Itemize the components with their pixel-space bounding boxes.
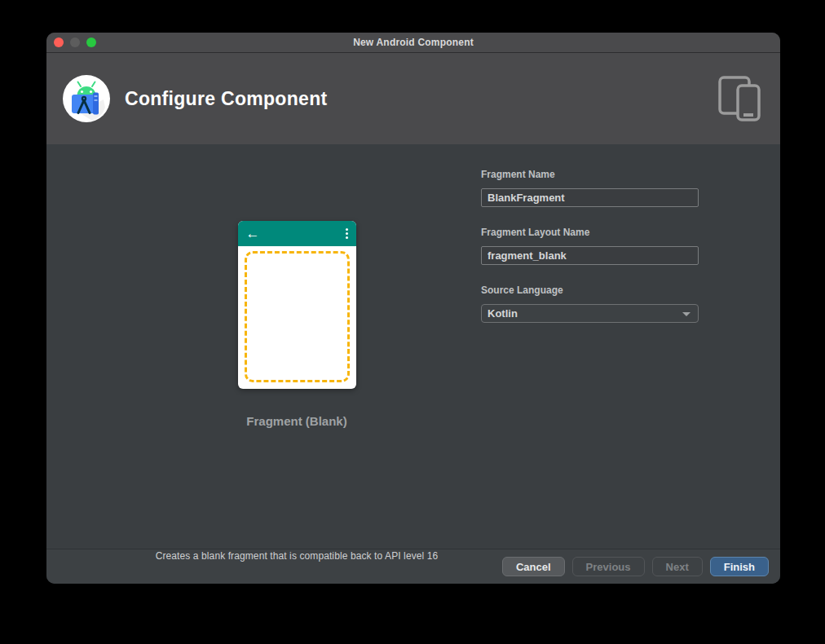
- minimize-window-button[interactable]: [70, 37, 80, 47]
- close-window-button[interactable]: [54, 37, 64, 47]
- android-studio-icon: [63, 75, 110, 122]
- back-arrow-icon: ←: [246, 227, 260, 240]
- preview-app-bar: ←: [238, 221, 356, 246]
- template-preview-column: ← Fragment (Blank) Creates a blank fragm…: [134, 221, 460, 428]
- chevron-down-icon: [682, 312, 690, 316]
- wizard-content: ← Fragment (Blank) Creates a blank fragm…: [46, 144, 780, 549]
- tablet-phone-icon: [718, 76, 762, 121]
- fragment-layout-name-label: Fragment Layout Name: [481, 227, 699, 238]
- template-description: Creates a blank fragment that is compati…: [87, 550, 506, 562]
- desktop-background: New Android Component Configu: [0, 0, 825, 644]
- fragment-placeholder-outline: [245, 251, 350, 382]
- template-name: Fragment (Blank): [134, 414, 460, 428]
- source-language-value: Kotlin: [488, 307, 518, 320]
- source-language-label: Source Language: [481, 285, 699, 296]
- zoom-window-button[interactable]: [86, 37, 96, 47]
- cancel-button[interactable]: Cancel: [502, 557, 565, 576]
- fragment-name-input[interactable]: [481, 188, 699, 207]
- configuration-form: Fragment Name Fragment Layout Name Sourc…: [481, 169, 699, 323]
- window-titlebar[interactable]: New Android Component: [46, 33, 780, 53]
- fragment-name-label: Fragment Name: [481, 169, 699, 180]
- window-title: New Android Component: [353, 37, 474, 48]
- fragment-preview-thumbnail: ←: [238, 221, 356, 389]
- fragment-layout-name-input[interactable]: [481, 246, 699, 265]
- next-button[interactable]: Next: [652, 557, 703, 576]
- source-language-dropdown[interactable]: Kotlin: [481, 304, 699, 323]
- previous-button[interactable]: Previous: [572, 557, 645, 576]
- wizard-header: Configure Component: [46, 53, 780, 144]
- new-android-component-dialog: New Android Component Configu: [46, 33, 780, 584]
- traffic-lights: [54, 37, 96, 47]
- finish-button[interactable]: Finish: [710, 557, 769, 576]
- page-title: Configure Component: [125, 88, 327, 110]
- overflow-menu-icon: [346, 228, 348, 239]
